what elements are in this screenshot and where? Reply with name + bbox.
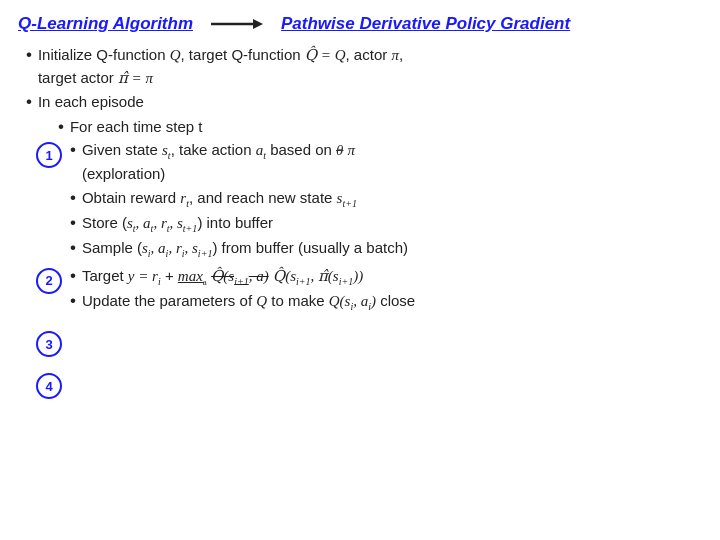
badge-4-col: 4	[36, 370, 70, 399]
bullet-dot-timestep: •	[58, 117, 64, 137]
badge-2-col: 2	[36, 265, 70, 294]
step1-item-1: • Given state st, take action at based o…	[70, 139, 702, 186]
badge-2: 2	[36, 268, 62, 294]
badge-4-section: 4	[36, 370, 702, 399]
bullet-dot-2: •	[26, 92, 32, 112]
header: Q-Learning Algorithm Pathwise Derivative…	[0, 0, 720, 40]
step2-item-2: • Update the parameters of Q to make Q(s…	[70, 290, 702, 314]
svg-marker-1	[253, 19, 263, 29]
episode-text: In each episode	[38, 91, 144, 114]
badge-2-content: • Target y = ri + maxa Q̂(si+1, a) Q̂(si…	[70, 265, 702, 316]
bullet-episode: • In each episode	[26, 91, 702, 114]
arrow-icon	[211, 15, 263, 33]
timestep-text: For each time step t	[70, 116, 203, 139]
badge-3: 3	[36, 331, 62, 357]
bullet-timestep: • For each time step t	[58, 116, 702, 139]
initialize-text: Initialize Q-function Q, target Q-functi…	[38, 44, 403, 89]
badge-1: 1	[36, 142, 62, 168]
gap-2	[18, 360, 702, 370]
badge-2-section: 2 • Target y = ri + maxa Q̂(si+1, a) Q̂(…	[36, 265, 702, 316]
badge-1-content: • Given state st, take action at based o…	[70, 139, 702, 262]
step1-item-2: • Obtain reward rt, and reach new state …	[70, 187, 702, 211]
step2-item-1: • Target y = ri + maxa Q̂(si+1, a) Q̂(si…	[70, 265, 702, 290]
right-title: Pathwise Derivative Policy Gradient	[281, 14, 570, 34]
bullet-dot-1: •	[26, 45, 32, 65]
badge-4: 4	[36, 373, 62, 399]
step1-item-3: • Store (st, at, rt, st+1) into buffer	[70, 212, 702, 236]
gap-1	[18, 318, 702, 328]
badge-1-col: 1	[36, 139, 70, 168]
content: • Initialize Q-function Q, target Q-func…	[0, 40, 720, 399]
badge-3-section: 3	[36, 328, 702, 357]
bullet-initialize: • Initialize Q-function Q, target Q-func…	[26, 44, 702, 89]
left-title: Q-Learning Algorithm	[18, 14, 193, 34]
step1-item-4: • Sample (si, ai, ri, si+1) from buffer …	[70, 237, 702, 261]
badge-1-section: 1 • Given state st, take action at based…	[36, 139, 702, 262]
badge-3-col: 3	[36, 328, 70, 357]
